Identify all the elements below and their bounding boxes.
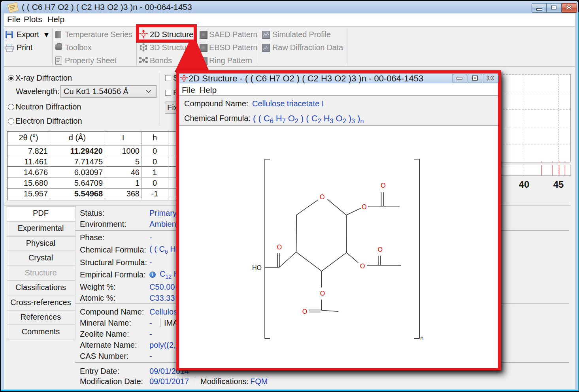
svg-text:O: O [277,244,282,251]
svg-text:O: O [320,194,324,200]
svg-text:HO: HO [252,264,262,271]
svg-text:O: O [302,308,307,315]
svg-text:O: O [377,246,382,253]
svg-text:O: O [362,204,366,210]
svg-text:n: n [421,335,424,341]
svg-text:O: O [320,290,325,297]
svg-text:O: O [360,263,365,270]
svg-text:O: O [381,182,385,189]
